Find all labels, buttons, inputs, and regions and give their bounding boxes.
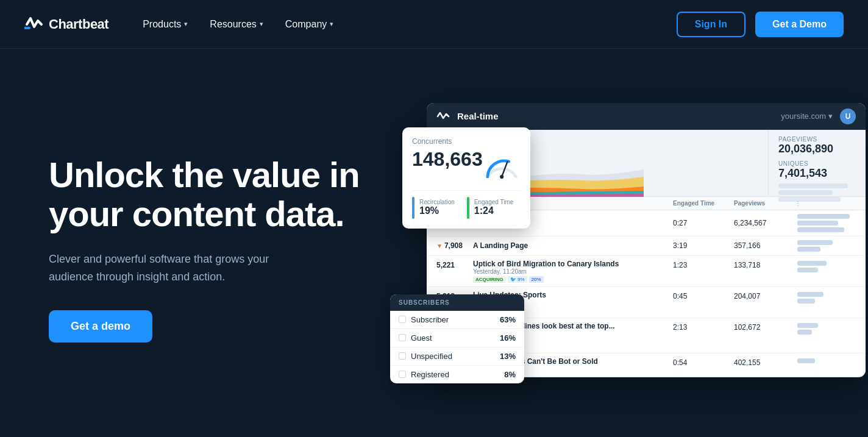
subscriber-pct: 63% (500, 315, 516, 324)
nav-links: Products ▾ Resources ▾ Company ▾ (133, 14, 677, 35)
engaged-time-label: Engaged Time (474, 199, 514, 205)
row-subtitle: Yesterday, 11:20am (473, 268, 673, 275)
row-title: A Landing Page (473, 241, 673, 250)
hero-left: Unlock the value in your content data. C… (49, 155, 366, 342)
engaged-time-value: 1:24 (474, 205, 514, 216)
nav-resources[interactable]: Resources ▾ (200, 14, 272, 35)
guest-pct: 16% (500, 333, 516, 343)
dashboard-site: yoursite.com ▾ (781, 112, 833, 121)
guest-checkbox[interactable] (399, 334, 406, 341)
chevron-down-icon: ▾ (260, 20, 263, 28)
nav-products[interactable]: Products ▾ (133, 14, 197, 35)
list-item: Subscriber 63% (390, 311, 524, 329)
navbar: Chartbeat Products ▾ Resources ▾ Company… (0, 0, 868, 49)
row-pageviews: 6,234,567 (734, 219, 795, 227)
row-pageviews: 102,672 (734, 322, 795, 332)
subscribers-card: SUBSCRIBERS Subscriber 63% Guest 16% Uns… (390, 294, 524, 383)
th-engaged: Engaged Time (673, 200, 734, 207)
guest-label: Guest (411, 333, 495, 343)
uniques-label: Uniques (778, 160, 856, 167)
uniques-value: 7,401,543 (778, 167, 856, 180)
hero-headline: Unlock the value in your content data. (49, 155, 366, 233)
pageviews-label: Pageviews (778, 136, 856, 143)
unspecified-checkbox[interactable] (399, 352, 406, 360)
badge-pct: 20% (529, 276, 544, 283)
signin-button[interactable]: Sign In (677, 12, 745, 37)
chevron-down-icon: ▾ (330, 20, 333, 28)
list-item: Unspecified 13% (390, 347, 524, 366)
hero-cta-button[interactable]: Get a demo (49, 310, 152, 343)
concurrents-card-label: Concurrents (412, 137, 521, 146)
registered-checkbox[interactable] (399, 371, 406, 378)
row-engaged: 0:45 (673, 291, 734, 300)
registered-label: Registered (411, 370, 499, 379)
row-engaged: 2:13 (673, 322, 734, 332)
row-pageviews: 357,166 (734, 241, 795, 250)
table-row: 5,221 Uptick of Bird Migration to Canary… (427, 256, 866, 287)
row-engaged: 3:19 (673, 241, 734, 250)
row-engaged: 1:23 (673, 260, 734, 269)
hero-section: Unlock the value in your content data. C… (0, 49, 868, 437)
table-row: ▼ 7,908 A Landing Page 3:19 357,166 (427, 236, 866, 256)
concurrents-value: 7,908 (444, 241, 463, 250)
dashboard-topbar: Real-time yoursite.com ▾ U (427, 103, 866, 130)
chevron-down-icon: ▾ (828, 112, 833, 121)
unspecified-pct: 13% (500, 352, 516, 361)
chartbeat-logo-icon (24, 16, 44, 33)
list-item: Registered 8% (390, 366, 524, 383)
subscriber-label: Subscriber (411, 315, 495, 324)
row-pageviews: 204,007 (734, 291, 795, 300)
badge-twitter: 🐦 9% (508, 276, 527, 283)
registered-pct: 8% (504, 370, 516, 379)
gauge-icon (483, 149, 521, 183)
concurrents-card: Concurrents 148,663 Recircu (402, 127, 530, 229)
svg-point-1 (500, 174, 503, 178)
badge-acquiring: ACQUIRING (473, 276, 506, 283)
dashboard-logo-icon (436, 111, 450, 122)
dashboard-wrapper: Real-time yoursite.com ▾ U TODAY 7-DAY (390, 103, 866, 396)
row-title: Uptick of Bird Migration to Canary Islan… (473, 260, 673, 268)
hero-subtext: Clever and powerful software that grows … (49, 250, 305, 286)
unspecified-label: Unspecified (411, 352, 495, 361)
logo-text: Chartbeat (49, 16, 108, 32)
logo[interactable]: Chartbeat (24, 16, 108, 33)
concurrents-card-bottom: Recirculation 19% Engaged Time 1:24 (412, 190, 521, 219)
concurrents-card-value: 148,663 (412, 148, 483, 171)
dashboard-avatar: U (840, 108, 856, 124)
subscriber-checkbox[interactable] (399, 316, 406, 323)
row-pageviews: 402,155 (734, 357, 795, 367)
trend-down-icon: ▼ (436, 243, 443, 249)
subscribers-header: SUBSCRIBERS (390, 294, 524, 311)
concurrents-value: 5,221 (436, 260, 473, 269)
recirculation-value: 19% (419, 205, 455, 216)
get-demo-button[interactable]: Get a Demo (755, 12, 844, 37)
recirculation-label: Recirculation (419, 199, 455, 205)
recirculation-bar (412, 197, 414, 219)
dashboard-title: Real-time (457, 111, 774, 121)
chevron-down-icon: ▾ (184, 20, 188, 28)
engaged-time-bar (467, 197, 469, 219)
list-item: Guest 16% (390, 329, 524, 347)
nav-actions: Sign In Get a Demo (677, 12, 844, 37)
row-pageviews: 133,718 (734, 260, 795, 269)
row-engaged: 0:27 (673, 219, 734, 227)
nav-company[interactable]: Company ▾ (276, 14, 343, 35)
hero-right: Real-time yoursite.com ▾ U TODAY 7-DAY (366, 103, 866, 396)
row-engaged: 0:54 (673, 357, 734, 367)
pageviews-value: 20,036,890 (778, 143, 856, 155)
